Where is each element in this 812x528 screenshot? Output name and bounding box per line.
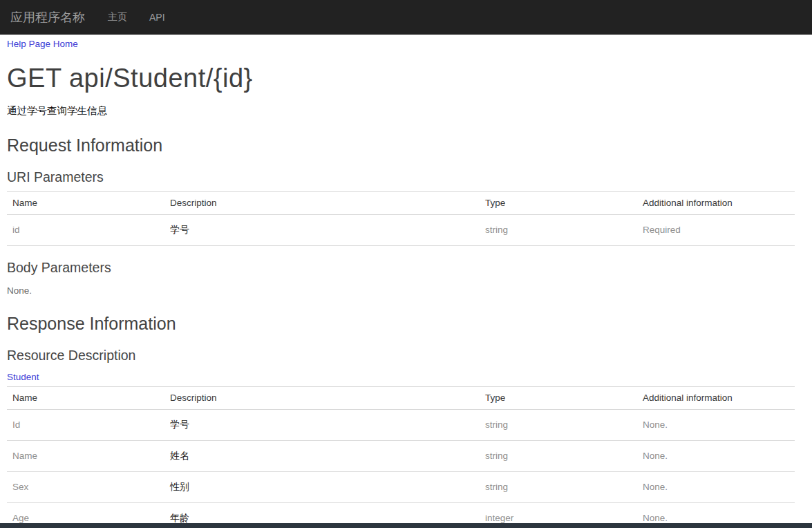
table-header-row: Name Description Type Additional informa… bbox=[7, 386, 795, 409]
column-header-additional: Additional information bbox=[637, 386, 795, 409]
navbar-brand[interactable]: 应用程序名称 bbox=[7, 0, 95, 35]
column-header-name: Name bbox=[7, 191, 164, 214]
field-description: 学号 bbox=[164, 409, 480, 440]
body-parameters-value: None. bbox=[7, 285, 795, 296]
field-type: string bbox=[480, 409, 637, 440]
field-name: Name bbox=[7, 440, 164, 471]
field-additional: None. bbox=[637, 409, 795, 440]
main-content: Help Page Home GET api/Student/{id} 通过学号… bbox=[0, 35, 812, 528]
uri-parameters-table: Name Description Type Additional informa… bbox=[7, 191, 795, 246]
field-name: Sex bbox=[7, 471, 164, 502]
footer-bar bbox=[0, 523, 812, 528]
column-header-description: Description bbox=[164, 191, 480, 214]
field-additional: None. bbox=[637, 471, 795, 502]
column-header-description: Description bbox=[164, 386, 480, 409]
field-description: 姓名 bbox=[164, 440, 480, 471]
body-parameters-heading: Body Parameters bbox=[7, 260, 795, 276]
field-description: 性别 bbox=[164, 471, 480, 502]
column-header-name: Name bbox=[7, 386, 164, 409]
param-name: id bbox=[7, 214, 164, 245]
field-type: string bbox=[480, 440, 637, 471]
table-header-row: Name Description Type Additional informa… bbox=[7, 191, 795, 214]
page-title: GET api/Student/{id} bbox=[7, 65, 795, 93]
browser-viewport: 应用程序名称 主页 API Help Page Home GET api/Stu… bbox=[0, 0, 812, 528]
field-name: Id bbox=[7, 409, 164, 440]
request-information-heading: Request Information bbox=[7, 135, 795, 155]
uri-parameters-heading: URI Parameters bbox=[7, 169, 795, 185]
help-page-home-link[interactable]: Help Page Home bbox=[7, 39, 78, 49]
student-resource-link[interactable]: Student bbox=[7, 372, 39, 382]
response-information-heading: Response Information bbox=[7, 314, 795, 334]
table-row: id 学号 string Required bbox=[7, 214, 795, 245]
table-row: Name 姓名 string None. bbox=[7, 440, 795, 471]
table-row: Id 学号 string None. bbox=[7, 409, 795, 440]
resource-description-table: Name Description Type Additional informa… bbox=[7, 386, 795, 528]
column-header-type: Type bbox=[480, 386, 637, 409]
column-header-type: Type bbox=[480, 191, 637, 214]
nav-item-api[interactable]: API bbox=[140, 1, 175, 33]
field-type: string bbox=[480, 471, 637, 502]
param-description: 学号 bbox=[164, 214, 480, 245]
nav-item-home[interactable]: 主页 bbox=[98, 1, 137, 34]
column-header-additional: Additional information bbox=[637, 191, 795, 214]
api-description: 通过学号查询学生信息 bbox=[7, 104, 795, 117]
navbar-links: 主页 API bbox=[95, 1, 175, 34]
resource-description-heading: Resource Description bbox=[7, 348, 795, 364]
param-additional: Required bbox=[637, 214, 795, 245]
table-row: Sex 性别 string None. bbox=[7, 471, 795, 502]
navbar: 应用程序名称 主页 API bbox=[0, 0, 812, 35]
field-additional: None. bbox=[637, 440, 795, 471]
param-type: string bbox=[480, 214, 637, 245]
